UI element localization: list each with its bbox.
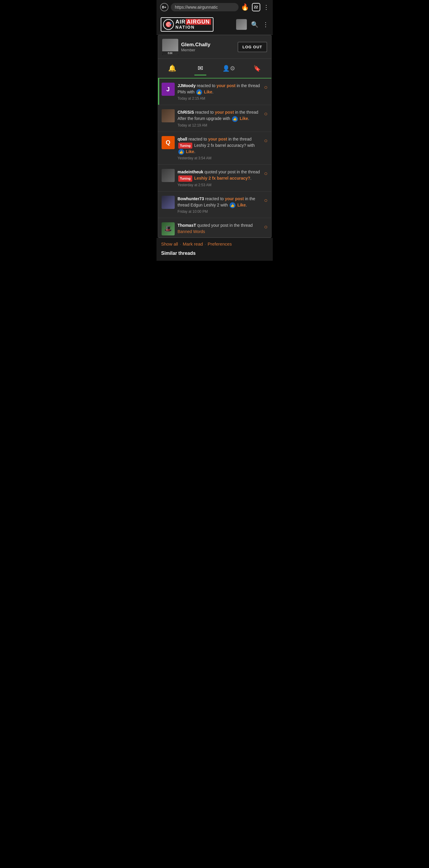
logo-text: AIRAIRGUN NATION: [175, 19, 211, 30]
tuning-tag-2: Tuning: [178, 176, 193, 182]
notif-text-jjmoody: JJMoody reacted to your post in the thre…: [178, 83, 261, 95]
notif-item-jjmoody[interactable]: J JJMoody reacted to your post in the th…: [158, 79, 271, 105]
notif-user-madeintheuk: madeintheuk: [178, 169, 203, 174]
notif-time-madeintheuk: Yesterday at 2:53 AM: [178, 183, 261, 187]
notif-avatar-qball: Q: [162, 136, 175, 149]
notif-like-label-3: Like: [186, 149, 194, 154]
browser-badge: B+: [160, 3, 168, 11]
notif-text-madeintheuk: madeintheuk quoted your post in the thre…: [178, 169, 261, 182]
preferences-link[interactable]: Preferences: [208, 241, 232, 246]
tab-account-settings[interactable]: 👤⚙: [222, 62, 235, 75]
logout-button[interactable]: LOG OUT: [238, 42, 267, 52]
notif-time-qball: Yesterday at 3:54 AM: [178, 156, 261, 160]
notif-content-chrisis: ChRiSiS reacted to your post in the thre…: [178, 109, 261, 127]
search-icon[interactable]: 🔍: [251, 21, 259, 28]
header-avatar[interactable]: [236, 19, 247, 30]
notif-item-chrisis[interactable]: ChRiSiS reacted to your post in the thre…: [158, 105, 271, 132]
notif-your-post-2[interactable]: your post: [215, 110, 234, 115]
browser-url[interactable]: https://www.airgunnatic: [171, 3, 238, 11]
notif-status-3[interactable]: ○: [264, 137, 267, 144]
notif-time-chrisis: Today at 12:19 AM: [178, 123, 261, 127]
notif-time-bowhunter73: Friday at 10:00 PM: [178, 210, 261, 214]
like-badge-2: 👍: [232, 116, 238, 122]
logo-nation: NATION: [175, 25, 211, 30]
separator-2: ·: [205, 242, 206, 246]
notif-content-bowhunter73: Bowhunter73 reacted to your post in the …: [178, 196, 261, 214]
site-logo[interactable]: 🎯 AIRAIRGUN NATION: [161, 17, 213, 32]
dropdown-panel: Edit Glem.Chally Member LOG OUT 🔔 ✉ 👤⚙ 🔖: [158, 35, 272, 238]
tuning-tag-1: Tuning: [178, 143, 193, 149]
header-menu-icon[interactable]: ⋮: [263, 21, 269, 28]
site-header: 🎯 AIRAIRGUN NATION 🔍 ⋮: [157, 14, 273, 35]
notif-avatar-jjmoody: J: [162, 83, 175, 96]
tab-messages[interactable]: ✉: [194, 62, 207, 75]
edit-label: Edit: [162, 51, 178, 55]
header-avatar-img: [236, 19, 247, 30]
notif-your-post-3[interactable]: your post: [208, 137, 227, 142]
notif-thread-thomast[interactable]: Banned Words: [178, 228, 261, 235]
browser-menu-icon[interactable]: ⋮: [263, 4, 269, 11]
notif-status-5[interactable]: ○: [264, 197, 267, 204]
bottom-actions: Show all · Mark read · Preferences: [157, 238, 273, 249]
user-info: Glem.Chally Member: [181, 42, 235, 52]
tab-notifications[interactable]: 🔔: [165, 62, 178, 75]
mark-read-link[interactable]: Mark read: [183, 241, 203, 246]
header-right: 🔍 ⋮: [236, 19, 269, 30]
notification-list: J JJMoody reacted to your post in the th…: [158, 79, 271, 238]
browser-tab-count[interactable]: 22: [252, 3, 260, 11]
person-settings-icon: 👤⚙: [222, 65, 235, 72]
user-avatar-container: Edit: [162, 39, 178, 55]
notif-status-6[interactable]: ○: [264, 223, 267, 230]
like-badge-3: 👍: [178, 149, 184, 155]
notif-content-qball: qball reacted to your post in the thread…: [178, 136, 261, 160]
notif-your-post-5[interactable]: your post: [225, 196, 244, 201]
notif-avatar-madeintheuk: [162, 169, 175, 182]
notif-item-thomast[interactable]: 🎩 ThomasT quoted your post in the thread…: [158, 218, 271, 238]
tab-bookmarks[interactable]: 🔖: [251, 62, 264, 75]
notif-user-thomast: ThomasT: [178, 223, 196, 228]
notif-content-thomast: ThomasT quoted your post in the thread B…: [178, 222, 261, 235]
notif-avatar-bowhunter73: [162, 196, 175, 209]
notif-user-jjmoody: JJMoody: [178, 83, 196, 88]
notif-text-bowhunter73: Bowhunter73 reacted to your post in the …: [178, 196, 261, 208]
notif-text-chrisis: ChRiSiS reacted to your post in the thre…: [178, 109, 261, 122]
mail-icon: ✉: [198, 64, 203, 72]
bell-icon: 🔔: [168, 64, 176, 72]
notif-text-thomast: ThomasT quoted your post in the thread: [178, 222, 261, 228]
unread-accent: [158, 79, 159, 105]
notif-like-label-1: Like: [204, 90, 212, 94]
notif-status-2[interactable]: ○: [264, 111, 267, 117]
user-name: Glem.Chally: [181, 42, 235, 48]
thread-label: thread: [248, 169, 260, 174]
notif-text-qball: qball reacted to your post in the thread…: [178, 136, 261, 155]
notif-status-4[interactable]: ○: [264, 170, 267, 177]
notif-avatar-chrisis: [162, 109, 175, 122]
notif-item-bowhunter73[interactable]: Bowhunter73 reacted to your post in the …: [158, 192, 271, 218]
logo-red: AIRGUN: [186, 19, 211, 25]
logo-airgun: AIRAIRGUN: [175, 19, 211, 25]
thread-label-thomast: thread: [241, 223, 253, 228]
show-all-link[interactable]: Show all: [161, 241, 178, 246]
bookmark-icon: 🔖: [254, 65, 261, 72]
notif-like-label-5: Like: [237, 203, 246, 207]
notif-item-qball[interactable]: Q qball reacted to your post in the thre…: [158, 132, 271, 165]
user-role: Member: [181, 48, 235, 52]
similar-threads-section: Similar threads: [157, 249, 273, 261]
notif-your-post-1[interactable]: your post: [217, 83, 235, 88]
notif-thread-link-1[interactable]: Leshiy 2 fx barrel accuracy?: [194, 176, 250, 181]
notif-user-qball: qball: [178, 137, 188, 142]
active-underline: [194, 74, 206, 75]
notif-user-bowhunter73: Bowhunter73: [178, 196, 204, 201]
page-wrapper: B+ https://www.airgunnatic 🔥 22 ⋮ 🎯 AIRA…: [157, 0, 273, 261]
notif-status-1[interactable]: ○: [264, 84, 267, 91]
notif-like-label-2: Like: [240, 116, 248, 121]
notif-item-madeintheuk[interactable]: madeintheuk quoted your post in the thre…: [158, 165, 271, 192]
browser-bar: B+ https://www.airgunnatic 🔥 22 ⋮: [157, 0, 273, 14]
separator-1: ·: [180, 242, 181, 246]
notif-time-jjmoody: Today at 2:15 AM: [178, 96, 261, 100]
notif-content-jjmoody: JJMoody reacted to your post in the thre…: [178, 83, 261, 100]
like-badge-1: 👍: [196, 89, 202, 95]
notif-avatar-thomast: 🎩: [162, 222, 175, 236]
notif-content-madeintheuk: madeintheuk quoted your post in the thre…: [178, 169, 261, 187]
user-info-row: Edit Glem.Chally Member LOG OUT: [158, 35, 271, 59]
